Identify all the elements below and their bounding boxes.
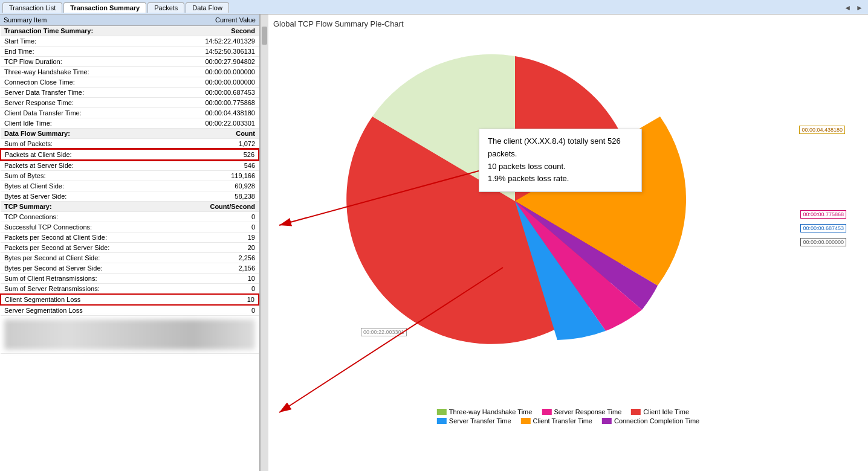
row-label: Sum of Packets: bbox=[1, 139, 172, 150]
table-row: Successful TCP Connections: 0 bbox=[1, 222, 259, 232]
nav-arrow-left[interactable]: ◄ bbox=[841, 4, 853, 12]
tabs-bar: Transaction List Transaction Summary Pac… bbox=[0, 0, 868, 14]
row-label: Bytes at Client Side: bbox=[1, 181, 172, 191]
section-dataflow-header: Data Flow Summary: Count bbox=[1, 129, 259, 139]
tooltip-line3: 10 packets loss count. bbox=[488, 161, 633, 173]
row-label: Client Segmentation Loss bbox=[1, 294, 172, 305]
legend-client-transfer: Client Transfer Time bbox=[521, 417, 592, 425]
section-df-unit: Count bbox=[172, 129, 259, 139]
row-label: Three-way Handshake Time: bbox=[1, 67, 172, 77]
row-value: 60,928 bbox=[172, 181, 259, 191]
row-value: 0 bbox=[172, 222, 259, 232]
row-value: 20 bbox=[172, 243, 259, 253]
nav-arrow-right[interactable]: ► bbox=[853, 4, 866, 12]
legend-swatch-server-response bbox=[542, 409, 551, 415]
table-row: End Time: 14:52:50.306131 bbox=[1, 46, 259, 57]
table-row: Bytes at Client Side: 60,928 bbox=[1, 181, 259, 191]
table-header: Summary Item Current Value bbox=[0, 14, 259, 26]
table-row: Client Data Transfer Time: 00:00:04.4381… bbox=[1, 108, 259, 118]
legend-label-connection: Connection Completion Time bbox=[614, 417, 699, 425]
row-label: Sum of Server Retransmissions: bbox=[1, 284, 172, 295]
table-row: Server Data Transfer Time: 00:00:00.6874… bbox=[1, 88, 259, 98]
row-value: 00:00:22.003301 bbox=[172, 118, 259, 129]
tooltip-box: The client (XX.XX.8.4) totally sent 526 … bbox=[479, 129, 642, 192]
legend-area: Three-way Handshake Time Server Response… bbox=[437, 408, 699, 425]
section-df-label: Data Flow Summary: bbox=[1, 129, 172, 139]
row-value: 58,238 bbox=[172, 191, 259, 202]
legend-row-1: Three-way Handshake Time Server Response… bbox=[437, 408, 689, 415]
row-value: 00:00:27.904802 bbox=[172, 57, 259, 67]
right-panel: Global TCP Flow Summary Pie-Chart bbox=[268, 14, 868, 471]
legend-swatch-server-transfer bbox=[437, 418, 447, 424]
legend-client-idle: Client Idle Time bbox=[631, 408, 689, 415]
row-value: 0 bbox=[172, 284, 259, 295]
legend-connection-completion: Connection Completion Time bbox=[602, 417, 699, 425]
content-area: Summary Item Current Value Transaction T… bbox=[0, 14, 868, 471]
section-tcp-header: TCP Summary: Count/Second bbox=[1, 202, 259, 212]
row-label: Bytes at Server Side: bbox=[1, 191, 172, 202]
table-row: TCP Connections: 0 bbox=[1, 212, 259, 222]
table-row: Bytes per Second at Server Side: 2,156 bbox=[1, 263, 259, 274]
main-container: Transaction List Transaction Summary Pac… bbox=[0, 0, 868, 471]
legend-label-handshake: Three-way Handshake Time bbox=[449, 408, 533, 415]
section-time-unit: Second bbox=[172, 26, 259, 36]
row-label: Bytes per Second at Server Side: bbox=[1, 263, 172, 274]
row-value: 546 bbox=[172, 160, 259, 171]
row-label: TCP Connections: bbox=[1, 212, 172, 222]
label-client-idle: 00:00:22.003301 bbox=[361, 328, 407, 336]
row-label: Bytes per Second at Client Side: bbox=[1, 253, 172, 263]
table-row: Packets per Second at Client Side: 19 bbox=[1, 232, 259, 243]
legend-swatch-client-idle bbox=[631, 409, 641, 415]
table-row: Connection Close Time: 00:00:00.000000 bbox=[1, 77, 259, 88]
table-row: Sum of Bytes: 119,166 bbox=[1, 171, 259, 181]
legend-swatch-client-transfer bbox=[521, 418, 531, 424]
table-row: Server Segmentation Loss 0 bbox=[1, 305, 259, 316]
label-connection-1: 00:00:00.000000 bbox=[800, 238, 846, 246]
row-label: Connection Close Time: bbox=[1, 77, 172, 88]
table-row: Client Idle Time: 00:00:22.003301 bbox=[1, 118, 259, 129]
row-value: 14:52:50.306131 bbox=[172, 46, 259, 57]
label-server-transfer: 00:00:00.687453 bbox=[800, 224, 846, 232]
tab-packets[interactable]: Packets bbox=[147, 2, 184, 13]
tooltip-line2: packets. bbox=[488, 148, 633, 161]
row-label: Server Response Time: bbox=[1, 98, 172, 108]
row-value: 10 bbox=[172, 274, 259, 284]
row-value: 526 bbox=[172, 149, 259, 160]
legend-row-2: Server Transfer Time Client Transfer Tim… bbox=[437, 417, 699, 425]
chart-area: 00:00:22.003301 00:00:04.438180 00:00:00… bbox=[273, 32, 863, 431]
row-value: 00:00:00.000000 bbox=[172, 77, 259, 88]
row-label: Server Segmentation Loss bbox=[1, 305, 172, 316]
packets-client-row: Packets at Client Side: 526 bbox=[1, 149, 259, 160]
tab-transaction-list[interactable]: Transaction List bbox=[2, 2, 62, 13]
row-label: Successful TCP Connections: bbox=[1, 222, 172, 232]
row-value: 00:00:00.687453 bbox=[172, 88, 259, 98]
legend-server-response: Server Response Time bbox=[542, 408, 621, 415]
col1-header: Summary Item bbox=[4, 16, 195, 24]
label-server-response: 00:00:00.775868 bbox=[800, 210, 846, 219]
row-label: Sum of Bytes: bbox=[1, 171, 172, 181]
scrollbar[interactable] bbox=[260, 14, 268, 471]
tooltip-line4: 1.9% packets loss rate. bbox=[488, 173, 633, 185]
row-label: Sum of Client Retransmissions: bbox=[1, 274, 172, 284]
legend-swatch-connection bbox=[602, 418, 612, 424]
row-value: 2,156 bbox=[172, 263, 259, 274]
legend-server-transfer: Server Transfer Time bbox=[437, 417, 511, 425]
row-value: 00:00:00.775868 bbox=[172, 98, 259, 108]
tab-transaction-summary[interactable]: Transaction Summary bbox=[63, 2, 146, 13]
row-value: 119,166 bbox=[172, 171, 259, 181]
section-tcp-unit: Count/Second bbox=[172, 202, 259, 212]
chart-title: Global TCP Flow Summary Pie-Chart bbox=[273, 19, 863, 28]
row-label: Start Time: bbox=[1, 36, 172, 46]
legend-label-client-transfer: Client Transfer Time bbox=[533, 417, 592, 425]
col2-header: Current Value bbox=[195, 16, 256, 24]
row-label: Packets per Second at Client Side: bbox=[1, 232, 172, 243]
tab-data-flow[interactable]: Data Flow bbox=[186, 2, 229, 13]
row-label: End Time: bbox=[1, 46, 172, 57]
table-row: Packets per Second at Server Side: 20 bbox=[1, 243, 259, 253]
summary-table: Transaction Time Summary: Second Start T… bbox=[0, 26, 259, 354]
row-value: 2,256 bbox=[172, 253, 259, 263]
row-value: 0 bbox=[172, 305, 259, 316]
legend-handshake: Three-way Handshake Time bbox=[437, 408, 533, 415]
table-row: Sum of Server Retransmissions: 0 bbox=[1, 284, 259, 295]
section-tcp-label: TCP Summary: bbox=[1, 202, 172, 212]
